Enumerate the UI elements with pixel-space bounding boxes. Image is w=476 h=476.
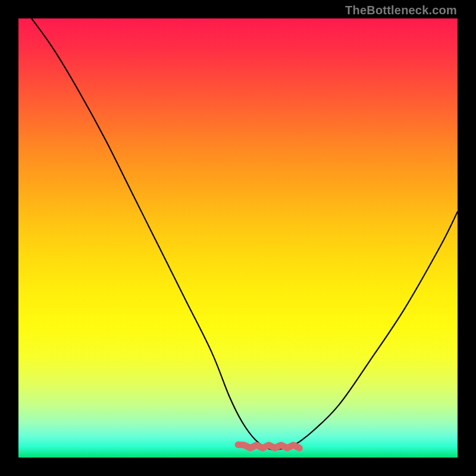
bottleneck-curve [32, 18, 458, 450]
chart-stage: TheBottleneck.com [0, 0, 476, 476]
chart-svg [18, 18, 458, 458]
flat-region-marker [238, 445, 299, 449]
watermark-text: TheBottleneck.com [345, 4, 457, 17]
plot-area [18, 18, 458, 458]
